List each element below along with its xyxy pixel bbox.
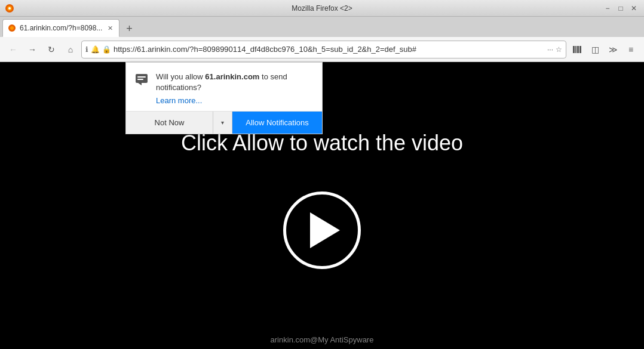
toolbar-right: ◫ ≫ ≡	[569, 41, 639, 58]
not-now-dropdown-button[interactable]: ▾	[213, 112, 232, 134]
svg-rect-11	[137, 76, 146, 78]
toolbar: ← → ↻ ⌂ ℹ 🔔 🔒 ··· ☆ ◫ ≫ ≡	[0, 37, 644, 62]
play-button[interactable]	[283, 192, 361, 269]
allow-notifications-button[interactable]: Allow Notifications	[232, 112, 322, 134]
svg-rect-5	[573, 46, 575, 53]
more-options-icon[interactable]: ···	[547, 45, 553, 54]
library-icon	[572, 45, 582, 54]
svg-point-2	[8, 7, 11, 10]
svg-rect-12	[137, 79, 143, 80]
address-input[interactable]	[114, 45, 545, 54]
address-bar-container[interactable]: ℹ 🔔 🔒 ··· ☆	[81, 41, 566, 58]
library-button[interactable]	[569, 41, 585, 58]
popup-message-container: Will you allow 61.arinkin.com to send no…	[156, 71, 314, 105]
tab-close-button[interactable]: ✕	[106, 24, 114, 32]
notification-icon-svg	[134, 72, 149, 87]
title-bar: Mozilla Firefox <2> − □ ✕	[0, 0, 644, 17]
popup-domain: 61.arinkin.com	[205, 72, 259, 81]
forward-button[interactable]: →	[24, 41, 41, 58]
title-bar-left	[5, 4, 14, 13]
sidebar-button[interactable]: ◫	[587, 41, 603, 58]
info-icon: ℹ	[85, 45, 88, 54]
firefox-icon	[5, 4, 14, 13]
back-button[interactable]: ←	[5, 41, 22, 58]
popup-message: Will you allow 61.arinkin.com to send no…	[156, 72, 287, 92]
reload-button[interactable]: ↻	[43, 41, 60, 58]
popup-chat-icon	[134, 72, 149, 90]
svg-rect-9	[136, 74, 148, 83]
extensions-button[interactable]: ≫	[605, 41, 621, 58]
home-button[interactable]: ⌂	[62, 41, 79, 58]
minimize-button[interactable]: −	[602, 3, 613, 14]
svg-rect-8	[579, 46, 581, 53]
title-bar-title: Mozilla Firefox <2>	[292, 4, 352, 13]
close-button[interactable]: ✕	[628, 3, 639, 14]
tab-bar: 61.arinkin.com/?h=8098... ✕ +	[0, 17, 644, 37]
notification-popup: Will you allow 61.arinkin.com to send no…	[125, 62, 323, 134]
active-tab[interactable]: 61.arinkin.com/?h=8098... ✕	[2, 19, 119, 37]
bookmark-icon[interactable]: ☆	[556, 45, 562, 54]
tab-favicon	[8, 24, 16, 32]
popup-msg-prefix: Will you allow	[156, 72, 205, 81]
not-now-button[interactable]: Not Now	[126, 112, 213, 134]
new-tab-button[interactable]: +	[121, 20, 137, 37]
play-triangle-icon	[310, 212, 340, 248]
lock-icon: 🔒	[102, 45, 111, 54]
menu-button[interactable]: ≡	[622, 41, 639, 58]
popup-buttons: Not Now ▾ Allow Notifications	[126, 111, 322, 134]
popup-body: Will you allow 61.arinkin.com to send no…	[126, 63, 322, 111]
svg-point-4	[10, 26, 14, 30]
svg-marker-10	[138, 83, 142, 85]
svg-rect-6	[575, 46, 576, 53]
maximize-button[interactable]: □	[615, 3, 626, 14]
tab-label: 61.arinkin.com/?h=8098...	[20, 24, 102, 32]
title-bar-controls: − □ ✕	[602, 3, 639, 14]
notification-bell-icon: 🔔	[91, 45, 100, 54]
footer-text: arinkin.com@My AntiSpyware	[271, 335, 374, 344]
learn-more-link[interactable]: Learn more...	[156, 96, 314, 105]
svg-rect-7	[577, 46, 579, 53]
